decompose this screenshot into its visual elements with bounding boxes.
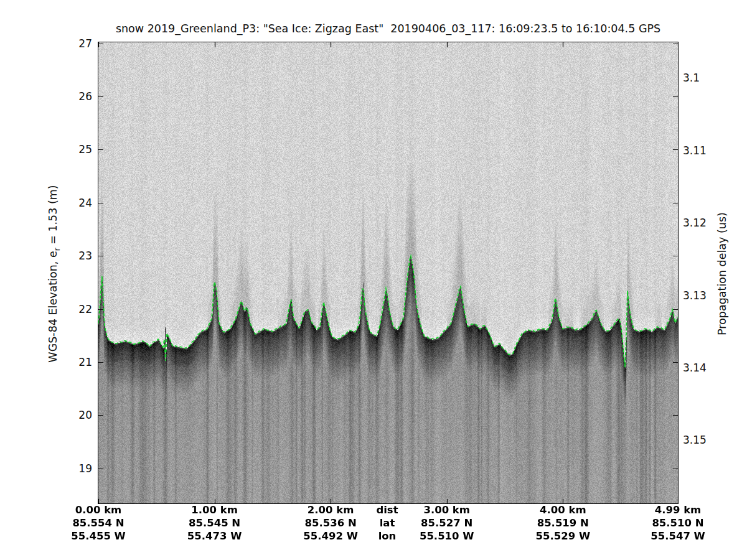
x-axis-latitude-label: 85.510 N [634,516,721,530]
x-axis-longitude-label: 55.455 W [55,530,142,543]
x-axis-key-lon: lon [344,530,431,543]
y-axis-tick-label-left: 21 [61,355,92,369]
x-axis-key-lat: lat [344,516,431,530]
y-axis-tick-label-left: 27 [61,37,92,50]
y-axis-tick-label-left: 22 [61,302,92,316]
y-axis-tick-label-left: 19 [61,462,92,475]
x-axis-distance-label: 4.00 km [519,503,606,516]
y-axis-tick-label-left: 26 [61,90,92,103]
y-axis-tick-label-left: 20 [61,408,92,422]
x-axis-distance-label: 1.00 km [171,503,258,516]
x-axis-latitude-label: 85.545 N [171,516,258,530]
x-axis-longitude-label: 55.473 W [171,530,258,543]
echogram-canvas [98,42,678,504]
y-axis-tick-label-left: 24 [61,196,92,210]
y-axis-tick-label-left: 23 [61,249,92,263]
x-axis-longitude-label: 55.547 W [634,530,721,543]
y-axis-tick-label-right: 3.1 [683,71,720,85]
y-axis-tick-label-left: 25 [61,142,92,156]
y-axis-tick-label-right: 3.11 [683,144,720,157]
y-axis-tick-label-right: 3.14 [683,361,720,375]
x-axis-distance-label: 0.00 km [55,503,142,516]
x-axis-key-dist: dist [344,503,431,516]
y-axis-tick-label-right: 3.12 [683,216,720,230]
plot-title: snow 2019_Greenland_P3: "Sea Ice: Zigzag… [98,22,678,35]
y-axis-tick-label-right: 3.15 [683,433,720,447]
x-axis-latitude-label: 85.554 N [55,516,142,530]
x-axis-distance-label: 4.99 km [634,503,721,516]
x-axis-latitude-label: 85.519 N [519,516,606,530]
x-axis-longitude-label: 55.529 W [519,530,606,543]
y-axis-tick-label-right: 3.13 [683,289,720,302]
echogram-figure: snow 2019_Greenland_P3: "Sea Ice: Zigzag… [0,0,747,560]
